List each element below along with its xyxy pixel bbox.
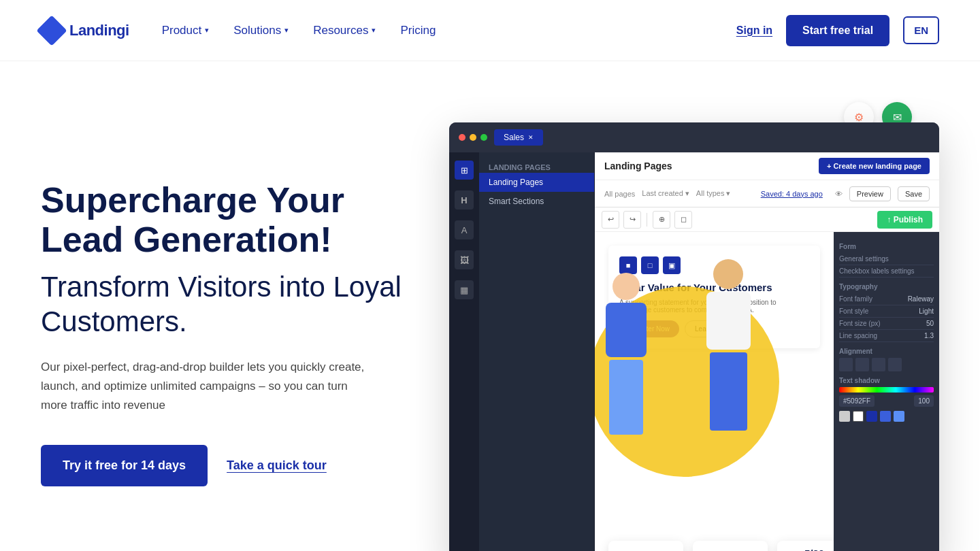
props-text-shadow-label: Text shadow xyxy=(839,377,934,384)
navbar: Landingi Product ▾ Solutions ▾ Resources… xyxy=(0,0,980,61)
sidebar-icon-pages[interactable]: ⊞ xyxy=(455,161,474,180)
hero-cta-group: Try it free for 14 days Take a quick tou… xyxy=(41,445,422,486)
props-general: General settings xyxy=(839,253,934,265)
all-pages-label: All pages xyxy=(604,190,635,198)
toolbar-zoom[interactable]: ⊕ xyxy=(653,211,670,229)
lp-header: Landing Pages + Create new landing page xyxy=(595,152,939,180)
props-form-label: Form xyxy=(839,243,934,250)
nav-resources[interactable]: Resources ▾ xyxy=(313,24,376,37)
try-free-button[interactable]: Try it free for 14 days xyxy=(41,445,208,486)
create-lp-button[interactable]: + Create new landing page xyxy=(819,158,930,174)
nav-panel-title: Landing Pages xyxy=(479,159,594,173)
quick-tour-button[interactable]: Take a quick tour xyxy=(227,458,327,473)
props-alignment-label: Alignment xyxy=(839,348,934,355)
alignment-buttons xyxy=(839,358,934,371)
lp-canvas: ■ □ ▣ Clear Value for Your Cust xyxy=(595,232,834,551)
logo-diamond-icon xyxy=(36,15,67,46)
align-center-icon[interactable] xyxy=(855,358,869,371)
props-font-style: Font style Light xyxy=(839,305,934,318)
hero-section: Supercharge Your Lead Generation! Transf… xyxy=(0,61,980,551)
props-typography-label: Typography xyxy=(839,283,934,290)
publish-button[interactable]: ↑ Publish xyxy=(877,211,932,229)
nav-landing-pages[interactable]: Landing Pages xyxy=(479,173,594,192)
chevron-down-icon: ▾ xyxy=(372,26,376,35)
hero-description: Our pixel-perfect, drag-and-drop builder… xyxy=(41,358,368,415)
conv-rate-card: 36.40% Conv. Rate xyxy=(608,541,683,551)
align-justify-icon[interactable] xyxy=(888,358,902,371)
color-inputs-row: #5092FF 100 xyxy=(839,395,934,407)
leads-value: 709 xyxy=(702,548,758,551)
swatch-white[interactable] xyxy=(853,411,864,422)
nav-pricing[interactable]: Pricing xyxy=(400,24,436,37)
align-left-icon[interactable] xyxy=(839,358,853,371)
navbar-right: Sign in Start free trial EN xyxy=(736,15,939,46)
stats-overlay: 36.40% Conv. Rate xyxy=(608,541,834,551)
hero-copy: Supercharge Your Lead Generation! Transf… xyxy=(41,180,422,486)
hex-input[interactable]: #5092FF xyxy=(839,395,875,407)
editor-toolbar: ↩ ↪ ⊕ ◻ ↑ Publish xyxy=(595,207,939,232)
domains-card: 🌐 5/30 Own domains xyxy=(777,541,834,551)
logo[interactable]: Landingi xyxy=(41,20,129,41)
nav-panel: Landing Pages Landing Pages Smart Sectio… xyxy=(479,152,595,551)
lp-preview: ■ □ ▣ Clear Value for Your Cust xyxy=(595,232,939,551)
eye-icon: 👁 xyxy=(835,190,843,198)
swatch-blue-3[interactable] xyxy=(894,411,904,422)
save-button[interactable]: Save xyxy=(898,186,930,201)
toolbar-preview[interactable]: ◻ xyxy=(674,211,692,229)
person-2 xyxy=(684,259,772,477)
lp-header-title: Landing Pages xyxy=(604,161,672,171)
saved-status: Saved: 4 days ago xyxy=(761,190,823,198)
start-trial-button[interactable]: Start free trial xyxy=(786,15,889,46)
person-2-torso xyxy=(706,292,751,350)
sidebar-icon-h[interactable]: H xyxy=(455,190,474,210)
icon-sidebar: ⊞ H A 🖼 ▦ xyxy=(449,152,479,551)
app-topbar: Sales ✕ xyxy=(449,122,939,152)
nav-smart-sections[interactable]: Smart Sections xyxy=(479,192,594,211)
domains-header: 🌐 5/30 Own domains xyxy=(787,548,834,551)
minimize-dot xyxy=(470,134,476,141)
sales-tab[interactable]: Sales ✕ xyxy=(494,129,543,146)
nav-product[interactable]: Product ▾ xyxy=(162,24,210,37)
toolbar-separator xyxy=(647,213,647,227)
sidebar-icon-a[interactable]: A xyxy=(455,220,474,239)
last-created-label: Last created ▾ xyxy=(642,189,689,198)
hero-subheadline: Transform Visitors into Loyal Customers. xyxy=(41,270,422,339)
domains-value: 5/30 xyxy=(804,548,834,551)
leads-card: 709 Leads xyxy=(693,541,768,551)
person-1 xyxy=(595,273,670,490)
swatch-blue-2[interactable] xyxy=(880,411,891,422)
hero-app-preview: ⚙ ✉ ▶ Sales ✕ xyxy=(449,102,939,551)
sign-in-button[interactable]: Sign in xyxy=(736,24,772,37)
person-1-head xyxy=(612,273,640,300)
props-font-size: Font size (px) 50 xyxy=(839,318,934,330)
nav-links: Product ▾ Solutions ▾ Resources ▾ Pricin… xyxy=(162,24,436,37)
nav-solutions[interactable]: Solutions ▾ xyxy=(233,24,289,37)
props-checkbox: Checkbox labels settings xyxy=(839,265,934,278)
language-button[interactable]: EN xyxy=(903,16,939,44)
sidebar-icon-grid[interactable]: ▦ xyxy=(455,280,474,299)
align-right-icon[interactable] xyxy=(872,358,885,371)
app-window: Sales ✕ ⊞ H A 🖼 ▦ Landing Pages xyxy=(449,122,939,551)
person-1-torso xyxy=(606,303,647,357)
hero-headline: Supercharge Your Lead Generation! xyxy=(41,180,422,259)
props-line-spacing: Line spacing 1.3 xyxy=(839,330,934,342)
all-types-label: All types ▾ xyxy=(696,189,731,198)
main-content: Landing Pages + Create new landing page … xyxy=(595,152,939,551)
navbar-left: Landingi Product ▾ Solutions ▾ Resources… xyxy=(41,20,436,41)
chevron-down-icon: ▾ xyxy=(205,26,209,35)
close-dot xyxy=(459,134,466,141)
sidebar-icon-image[interactable]: 🖼 xyxy=(455,250,474,269)
window-controls xyxy=(459,134,487,141)
toolbar-undo[interactable]: ↩ xyxy=(602,211,619,229)
swatch-blue-1[interactable] xyxy=(866,411,877,422)
toolbar-redo[interactable]: ↪ xyxy=(623,211,641,229)
person-1-legs xyxy=(609,360,643,435)
opacity-input[interactable]: 100 xyxy=(914,395,934,407)
editor-topbar: All pages Last created ▾ All types ▾ Sav… xyxy=(595,180,939,207)
props-font-family: Font family Raleway xyxy=(839,293,934,305)
color-gradient-bar xyxy=(839,387,934,393)
logo-text: Landingi xyxy=(69,22,129,39)
close-tab-icon: ✕ xyxy=(528,134,534,141)
preview-button[interactable]: Preview xyxy=(849,186,891,201)
swatch-grey[interactable] xyxy=(839,411,850,422)
